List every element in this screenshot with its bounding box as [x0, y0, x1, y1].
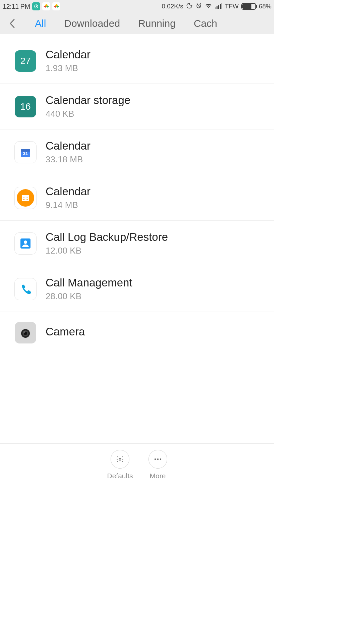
more-icon [148, 450, 167, 469]
svg-rect-18 [24, 199, 25, 200]
app-name: Calendar [46, 185, 266, 198]
status-left: 12:11 PM [3, 2, 60, 10]
app-row[interactable]: Camera [0, 312, 274, 346]
signal-icon [215, 3, 222, 10]
app-info: Camera [46, 325, 266, 340]
battery-icon [241, 3, 256, 10]
svg-rect-6 [222, 3, 222, 9]
app-info: Calendar 33.18 MB [46, 140, 266, 165]
play-services-icon [42, 2, 50, 10]
status-bar: 12:11 PM 0.02K/s TFW 68% [0, 0, 274, 13]
svg-rect-20 [27, 199, 28, 200]
calendar-storage-icon: 16 [15, 96, 36, 117]
app-name: Calendar [46, 140, 266, 152]
app-name: Calendar [46, 48, 266, 61]
svg-point-22 [24, 240, 27, 244]
alarm-icon [195, 2, 202, 11]
camera-icon [15, 322, 36, 343]
svg-rect-13 [23, 198, 24, 198]
svg-rect-3 [217, 6, 218, 9]
svg-rect-14 [24, 198, 25, 198]
app-name: Call Management [46, 276, 266, 289]
app-size: 33.18 MB [46, 154, 266, 165]
app-notif-icon [32, 2, 40, 10]
network-speed: 0.02K/s [162, 3, 183, 10]
back-button[interactable] [7, 19, 17, 28]
app-row[interactable]: 27 Calendar 1.93 MB [0, 38, 274, 84]
calendar-orange-icon [15, 187, 36, 209]
app-info: Call Management 28.00 KB [46, 276, 266, 302]
app-info: Call Log Backup/Restore 12.00 KB [46, 231, 266, 256]
more-label: More [150, 472, 166, 480]
more-button[interactable]: More [148, 450, 167, 480]
svg-point-28 [154, 459, 156, 460]
svg-point-30 [160, 459, 161, 460]
bottom-bar: Defaults More [0, 443, 274, 488]
svg-rect-11 [22, 195, 29, 197]
dnd-icon [186, 2, 193, 11]
app-row[interactable]: Call Log Backup/Restore 12.00 KB [0, 221, 274, 266]
battery-pct: 68% [259, 3, 272, 10]
tab-running[interactable]: Running [138, 18, 176, 29]
calendar-icon: 27 [15, 50, 36, 72]
wifi-icon [205, 3, 212, 10]
app-name: Call Log Backup/Restore [46, 231, 266, 244]
app-name: Calendar storage [46, 94, 266, 107]
carrier: TFW [225, 3, 239, 10]
defaults-label: Defaults [107, 472, 133, 480]
status-time: 12:11 PM [3, 3, 30, 10]
play-services-icon-2 [52, 2, 60, 10]
svg-rect-2 [215, 7, 216, 9]
svg-rect-4 [218, 5, 219, 9]
app-row[interactable]: 31 Calendar 33.18 MB [0, 129, 274, 175]
svg-text:31: 31 [23, 151, 28, 156]
svg-rect-19 [26, 199, 26, 200]
phone-icon [15, 278, 36, 300]
svg-rect-17 [23, 199, 24, 200]
svg-rect-15 [26, 198, 26, 198]
tab-bar: All Downloaded Running Cach [0, 13, 274, 34]
tab-all[interactable]: All [35, 18, 46, 29]
list-divider [15, 34, 274, 38]
svg-rect-5 [220, 4, 221, 9]
tab-downloaded[interactable]: Downloaded [64, 18, 120, 29]
defaults-button[interactable]: Defaults [107, 450, 133, 480]
app-size: 440 KB [46, 109, 266, 119]
app-size: 1.93 MB [46, 63, 266, 73]
app-info: Calendar storage 440 KB [46, 94, 266, 119]
status-right: 0.02K/s TFW 68% [162, 2, 272, 11]
google-calendar-icon: 31 [15, 142, 36, 163]
svg-point-29 [157, 459, 158, 460]
app-size: 28.00 KB [46, 291, 266, 302]
app-list[interactable]: 27 Calendar 1.93 MB 16 Calendar storage … [0, 34, 274, 346]
tab-cached[interactable]: Cach [194, 18, 217, 29]
app-row[interactable]: Call Management 28.00 KB [0, 266, 274, 312]
app-name: Camera [46, 325, 266, 338]
app-size: 12.00 KB [46, 246, 266, 256]
svg-point-27 [119, 458, 121, 460]
app-info: Calendar 9.14 MB [46, 185, 266, 210]
svg-rect-16 [27, 198, 28, 198]
app-info: Calendar 1.93 MB [46, 48, 266, 73]
app-size: 9.14 MB [46, 200, 266, 210]
gear-icon [111, 450, 129, 469]
svg-point-26 [23, 331, 25, 333]
app-row[interactable]: 16 Calendar storage 440 KB [0, 84, 274, 129]
app-row[interactable]: Calendar 9.14 MB [0, 175, 274, 221]
contacts-icon [15, 233, 36, 254]
